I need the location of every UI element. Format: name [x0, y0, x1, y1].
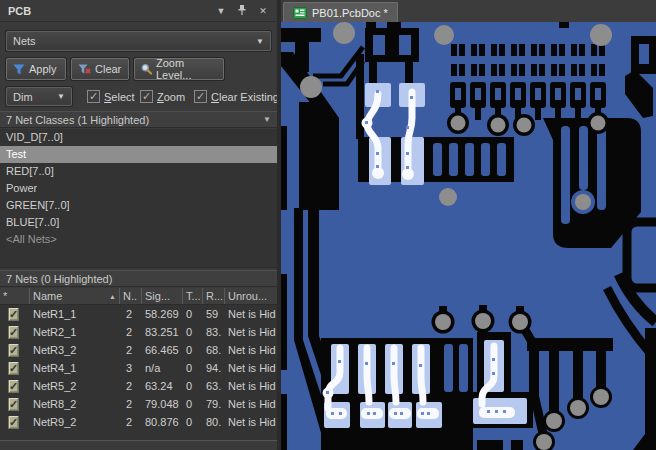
- pin-icon[interactable]: [236, 5, 248, 17]
- chevron-down-icon: ▼: [57, 92, 65, 101]
- browse-mode-select[interactable]: Nets ▼: [6, 31, 271, 51]
- net-name: NetR9_2: [30, 416, 120, 428]
- nets-header[interactable]: 7 Nets (0 Highlighted): [0, 270, 277, 287]
- chevron-down-icon: ▼: [263, 115, 271, 124]
- net-name: NetR3_2: [30, 344, 120, 356]
- close-icon[interactable]: ✕: [257, 5, 269, 17]
- net-nodes: 2: [120, 416, 142, 428]
- net-routed: 59: [203, 308, 225, 320]
- net-t: 0: [183, 380, 203, 392]
- clear-button[interactable]: Clear: [71, 58, 129, 80]
- sort-ascending-icon: ▲: [109, 293, 116, 300]
- column-name[interactable]: Name▲: [30, 288, 120, 304]
- net-enabled-checkbox[interactable]: [8, 326, 19, 339]
- net-t: 0: [183, 308, 203, 320]
- column-signal[interactable]: Sig...: [142, 288, 183, 304]
- net-unrouted: Net is Hid: [225, 344, 277, 356]
- net-enabled-checkbox[interactable]: [8, 308, 19, 321]
- net-t: 0: [183, 326, 203, 338]
- pcbdoc-icon: [293, 7, 307, 19]
- net-class-item[interactable]: Power: [0, 180, 277, 197]
- net-enabled-checkbox[interactable]: [8, 416, 19, 429]
- column-routed[interactable]: R...: [203, 288, 225, 304]
- net-unrouted: Net is Hid: [225, 362, 277, 374]
- net-name: NetR4_1: [30, 362, 120, 374]
- net-signal: 83.251: [142, 326, 183, 338]
- net-routed: 94.: [203, 362, 225, 374]
- net-t: 0: [183, 362, 203, 374]
- net-classes-header[interactable]: 7 Net Classes (1 Highlighted) ▼: [0, 111, 277, 128]
- apply-label: Apply: [29, 63, 57, 75]
- net-routed: 79.: [203, 398, 225, 410]
- net-enabled-checkbox[interactable]: [8, 344, 19, 357]
- filter-clear-icon: [78, 64, 91, 75]
- net-class-item-all-nets[interactable]: <All Nets>: [0, 231, 277, 248]
- document-tab-bar: PB01.PcbDoc *: [281, 0, 656, 22]
- net-signal: 58.269: [142, 308, 183, 320]
- nets-header-label: 7 Nets (0 Highlighted): [6, 273, 112, 285]
- net-unrouted: Net is Hid: [225, 326, 277, 338]
- document-tab-pb01[interactable]: PB01.PcbDoc *: [283, 2, 398, 22]
- column-unrouted[interactable]: Unrou...: [225, 288, 277, 304]
- net-row[interactable]: NetR3_2 2 66.465 0 68. Net is Hid: [0, 341, 277, 359]
- dim-mode-select[interactable]: Dim ▼: [6, 87, 72, 106]
- chevron-down-icon: ▼: [256, 37, 264, 46]
- zoom-checkbox[interactable]: Zoom: [140, 87, 185, 106]
- net-enabled-checkbox[interactable]: [8, 380, 19, 393]
- panel-menu-chevron-icon[interactable]: ▼: [215, 5, 227, 17]
- column-nodes[interactable]: N..: [120, 288, 142, 304]
- net-name: NetR2_1: [30, 326, 120, 338]
- pcb-canvas[interactable]: [281, 22, 656, 450]
- checkmark-icon: [87, 90, 100, 103]
- net-t: 0: [183, 344, 203, 356]
- net-row[interactable]: NetR4_1 3 n/a 0 94. Net is Hid: [0, 359, 277, 377]
- net-enabled-checkbox[interactable]: [8, 362, 19, 375]
- net-row[interactable]: NetR9_2 2 80.876 0 80. Net is Hid: [0, 413, 277, 431]
- panel-splitter[interactable]: [277, 0, 281, 450]
- net-row[interactable]: NetR1_1 2 58.269 0 59 Net is Hid: [0, 305, 277, 323]
- zoom-level-button[interactable]: Zoom Level...: [134, 58, 224, 80]
- net-class-item[interactable]: GREEN[7..0]: [0, 197, 277, 214]
- net-name: NetR1_1: [30, 308, 120, 320]
- net-classes-header-label: 7 Net Classes (1 Highlighted): [6, 114, 149, 126]
- net-unrouted: Net is Hid: [225, 380, 277, 392]
- net-signal: 79.048: [142, 398, 183, 410]
- dim-mode-value: Dim: [13, 91, 33, 103]
- net-class-item[interactable]: BLUE[7..0]: [0, 214, 277, 231]
- panel-title: PCB: [8, 5, 31, 17]
- select-checkbox[interactable]: Select: [87, 87, 135, 106]
- net-signal: 80.876: [142, 416, 183, 428]
- net-unrouted: Net is Hid: [225, 416, 277, 428]
- net-unrouted: Net is Hid: [225, 398, 277, 410]
- net-row[interactable]: NetR2_1 2 83.251 0 83. Net is Hid: [0, 323, 277, 341]
- pcb-viewport: [281, 22, 656, 450]
- panel-titlebar: PCB ▼ ✕: [0, 0, 277, 22]
- checkmark-icon: [140, 90, 153, 103]
- net-nodes: 2: [120, 326, 142, 338]
- nets-table: * Name▲ N.. Sig... T... R... Unrou... Ne…: [0, 288, 277, 441]
- checkmark-icon: [194, 90, 207, 103]
- clear-existing-checkbox[interactable]: Clear Existing: [194, 87, 279, 106]
- net-row[interactable]: NetR5_2 2 63.24 0 63. Net is Hid: [0, 377, 277, 395]
- net-nodes: 2: [120, 398, 142, 410]
- net-row[interactable]: NetR8_2 2 79.048 0 79. Net is Hid: [0, 395, 277, 413]
- apply-button[interactable]: Apply: [6, 58, 66, 80]
- editor-area: PB01.PcbDoc *: [281, 0, 656, 450]
- net-class-item[interactable]: RED[7..0]: [0, 163, 277, 180]
- net-routed: 83.: [203, 326, 225, 338]
- document-tab-label: PB01.PcbDoc *: [312, 7, 388, 19]
- net-nodes: 3: [120, 362, 142, 374]
- clear-label: Clear: [95, 63, 121, 75]
- net-class-item-highlighted[interactable]: Test: [0, 146, 277, 163]
- zoom-label: Zoom: [157, 91, 185, 103]
- column-t[interactable]: T...: [183, 288, 203, 304]
- net-nodes: 2: [120, 344, 142, 356]
- column-check[interactable]: *: [0, 288, 30, 304]
- net-class-list: VID_D[7..0] Test RED[7..0] Power GREEN[7…: [0, 129, 277, 268]
- net-signal: 63.24: [142, 380, 183, 392]
- net-enabled-checkbox[interactable]: [8, 398, 19, 411]
- zoom-level-label: Zoom Level...: [156, 57, 217, 81]
- clear-existing-label: Clear Existing: [211, 91, 279, 103]
- net-class-item[interactable]: VID_D[7..0]: [0, 129, 277, 146]
- net-signal: 66.465: [142, 344, 183, 356]
